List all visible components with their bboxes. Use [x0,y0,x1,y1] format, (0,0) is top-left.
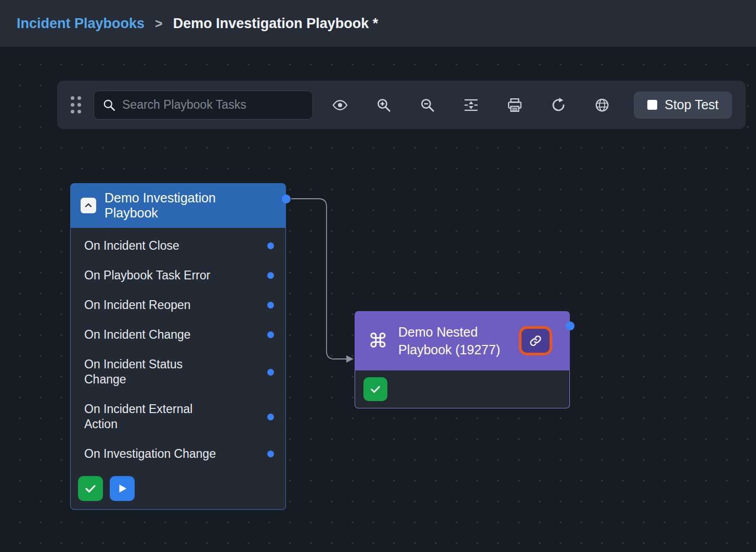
breadcrumb: Incident Playbooks > Demo Investigation … [0,0,756,47]
breadcrumb-separator-icon: > [155,16,163,31]
trigger-output-port[interactable] [267,242,274,249]
zoom-out-icon[interactable] [415,93,440,118]
trigger-label: On Incident Reopen [84,298,226,313]
main-node-title: Demo Investigation Playbook [105,190,260,221]
trigger-row-on-investigation-change[interactable]: On Investigation Change [71,439,285,469]
search-input[interactable] [122,98,304,112]
page-title: Demo Investigation Playbook * [173,16,379,32]
main-node-output-port[interactable] [282,195,291,203]
trigger-output-port[interactable] [267,414,274,420]
trigger-output-port[interactable] [267,272,274,279]
stop-test-button[interactable]: Stop Test [634,92,732,119]
trigger-output-port[interactable] [267,331,274,338]
visibility-eye-icon[interactable] [328,93,353,118]
nested-node-header[interactable]: ⌘ Demo Nested Playbook (19277) [355,311,570,370]
chevron-up-icon [84,201,93,210]
globe-icon[interactable] [590,93,615,118]
link-icon [528,333,543,348]
fit-to-screen-icon[interactable] [459,93,484,118]
trigger-row-on-incident-close[interactable]: On Incident Close [71,231,285,261]
zoom-in-icon[interactable] [371,93,396,118]
stop-icon [647,100,657,110]
trigger-row-on-incident-status-change[interactable]: On Incident Status Change [71,350,285,394]
main-node-header[interactable]: Demo Investigation Playbook [70,183,286,228]
toolbar-icons [328,93,615,118]
collapse-node-button[interactable] [81,198,96,213]
trigger-row-on-incident-change[interactable]: On Incident Change [71,320,285,350]
play-icon [116,483,128,494]
node-demo-investigation-playbook: Demo Investigation Playbook On Incident … [70,183,286,510]
trigger-row-on-incident-external-action[interactable]: On Incident External Action [71,394,285,439]
check-icon [370,383,381,395]
nested-node-body [355,370,570,408]
trigger-label: On Playbook Task Error [84,268,226,283]
run-play-button[interactable] [110,476,135,501]
command-icon: ⌘ [368,331,388,351]
trigger-label: On Incident Status Change [84,357,226,387]
main-node-body: On Incident Close On Playbook Task Error… [70,228,286,510]
trigger-output-port[interactable] [267,369,274,376]
check-icon [84,482,97,495]
open-nested-playbook-link-button[interactable] [519,326,552,355]
validate-check-button[interactable] [78,476,103,501]
search-icon [102,98,116,112]
main-node-footer [71,469,285,509]
refresh-icon[interactable] [546,93,571,118]
trigger-label: On Incident Close [84,238,226,253]
trigger-label: On Incident External Action [84,402,226,432]
breadcrumb-link-incident-playbooks[interactable]: Incident Playbooks [17,16,145,32]
playbook-canvas[interactable]: Stop Test Demo Investigation Playbook On… [0,47,756,552]
nested-validate-check-button[interactable] [363,377,387,401]
nested-node-title: Demo Nested Playbook (19277) [398,323,509,358]
nested-node-output-port[interactable] [566,322,575,330]
trigger-output-port[interactable] [267,302,274,309]
trigger-row-on-playbook-task-error[interactable]: On Playbook Task Error [71,261,285,290]
trigger-output-port[interactable] [267,451,274,457]
print-icon[interactable] [502,93,527,118]
trigger-label: On Incident Change [84,327,226,342]
drag-handle-icon[interactable] [71,96,81,113]
trigger-row-on-incident-reopen[interactable]: On Incident Reopen [71,290,285,320]
canvas-toolbar: Stop Test [57,81,746,129]
stop-test-label: Stop Test [664,97,719,112]
search-box [94,91,313,120]
trigger-label: On Investigation Change [84,446,226,461]
node-demo-nested-playbook: ⌘ Demo Nested Playbook (19277) [355,311,570,408]
